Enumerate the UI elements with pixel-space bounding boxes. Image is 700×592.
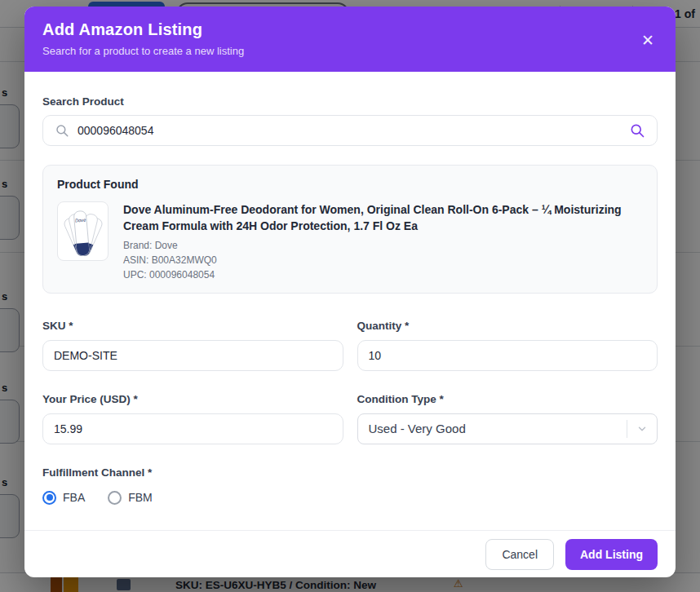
quantity-label: Quantity *	[357, 320, 410, 332]
sku-label: SKU *	[42, 320, 73, 332]
search-product-label: Search Product	[42, 95, 658, 108]
product-title: Dove Aluminum-Free Deodorant for Women, …	[123, 201, 643, 235]
search-input-value[interactable]: 000096048054	[78, 124, 629, 137]
chevron-down-icon	[627, 423, 657, 435]
condition-type-select[interactable]: Used - Very Good	[357, 413, 658, 444]
product-asin: ASIN: B00A32MWQ0	[123, 254, 643, 266]
product-search-input[interactable]: 000096048054	[42, 115, 658, 146]
close-icon[interactable]: ✕	[641, 33, 654, 48]
modal-footer: Cancel Add Listing	[24, 530, 676, 577]
modal-title: Add Amazon Listing	[42, 20, 658, 39]
fulfillment-channel-label: Fulfillment Channel *	[42, 466, 152, 479]
search-icon	[55, 123, 69, 138]
product-brand: Brand: Dove	[123, 240, 643, 251]
radio-option-fbm[interactable]: FBM	[108, 491, 153, 505]
modal-subtitle: Search for a product to create a new lis…	[42, 45, 658, 57]
condition-type-value: Used - Very Good	[358, 422, 627, 435]
sku-field[interactable]	[42, 340, 343, 371]
add-amazon-listing-modal: Add Amazon Listing Search for a product …	[24, 7, 676, 577]
search-submit-icon[interactable]	[629, 122, 645, 139]
product-image: Dove	[57, 201, 109, 261]
condition-type-label: Condition Type *	[357, 393, 444, 405]
radio-fba-icon[interactable]	[42, 491, 56, 505]
radio-option-fba[interactable]: FBA	[42, 491, 85, 505]
product-found-title: Product Found	[57, 178, 643, 191]
svg-text:Dove: Dove	[74, 217, 86, 223]
cancel-button[interactable]: Cancel	[485, 539, 554, 570]
radio-fbm-icon[interactable]	[108, 491, 122, 505]
price-field[interactable]	[42, 413, 343, 444]
radio-fba-label: FBA	[63, 491, 85, 504]
radio-fbm-label: FBM	[128, 491, 153, 504]
product-found-card: Product Found Dove Dove Aluminum-F	[42, 165, 658, 294]
modal-body: Search Product 000096048054 Product Foun…	[24, 72, 676, 530]
modal-header: Add Amazon Listing Search for a product …	[24, 7, 676, 72]
price-label: Your Price (USD) *	[42, 393, 138, 405]
product-upc: UPC: 000096048054	[123, 269, 643, 281]
quantity-field[interactable]	[357, 340, 658, 371]
add-listing-button[interactable]: Add Listing	[565, 539, 658, 570]
